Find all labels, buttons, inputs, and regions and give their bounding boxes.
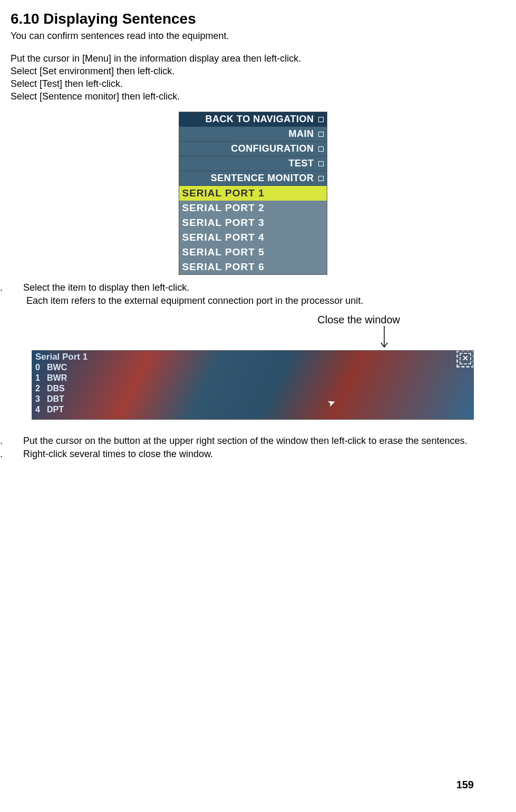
monitor-row: 2DBS — [35, 383, 470, 394]
submenu-icon — [318, 117, 324, 122]
menu-label: MAIN — [289, 128, 314, 140]
menu-item-serial-port-6[interactable]: SERIAL PORT 6 — [179, 260, 327, 274]
intro-text: You can confirm sentences read into the … — [11, 31, 495, 42]
sentence-monitor-window: Serial Port 1 0BWC 1BWR 2DBS 3DBT 4DPT ✕… — [32, 350, 474, 420]
monitor-row: 4DPT — [35, 404, 470, 415]
section-number: 6.10 — [11, 11, 40, 27]
row-code: DBS — [47, 384, 65, 393]
submenu-icon — [318, 146, 324, 152]
menu-item-test[interactable]: TEST — [179, 156, 327, 171]
pre-step-2: Select [Set environment] then left-click… — [11, 66, 495, 77]
step-5: 5.Select the item to display then left-c… — [11, 282, 495, 293]
menu-label: SERIAL PORT 4 — [182, 232, 265, 243]
menu-label: SERIAL PORT 6 — [182, 261, 265, 273]
row-index: 1 — [35, 373, 47, 383]
menu-label: SERIAL PORT 3 — [182, 217, 265, 229]
arrow-down-icon — [379, 326, 390, 350]
row-code: BWR — [47, 373, 67, 382]
monitor-row: 1BWR — [35, 373, 470, 383]
section-title-text: Displaying Sentences — [43, 11, 196, 27]
row-code: BWC — [47, 363, 67, 372]
arrow-to-close — [11, 326, 495, 350]
monitor-title: Serial Port 1 — [32, 351, 473, 362]
section-heading: 6.10 Displaying Sentences — [11, 11, 495, 27]
row-index: 2 — [35, 383, 47, 394]
step-7: 7.Right-click several times to close the… — [11, 449, 495, 460]
submenu-icon — [318, 161, 324, 166]
row-code: DBT — [47, 394, 64, 403]
step-6: 6.Put the cursor on the button at the up… — [11, 435, 495, 447]
menu-item-back-to-navigation[interactable]: BACK TO NAVIGATION — [179, 112, 327, 127]
close-window-label: Close the window — [11, 314, 400, 326]
step-number: 5. — [11, 282, 23, 293]
menu-label: SERIAL PORT 1 — [182, 187, 265, 199]
menu-item-sentence-monitor[interactable]: SENTENCE MONITOR — [179, 171, 327, 186]
step-number: 6. — [11, 435, 23, 447]
menu-item-serial-port-2[interactable]: SERIAL PORT 2 — [179, 201, 327, 215]
row-code: DPT — [47, 405, 64, 414]
row-index: 3 — [35, 394, 47, 404]
submenu-icon — [318, 176, 324, 181]
menu-label: SERIAL PORT 2 — [182, 202, 265, 214]
step-text: Put the cursor on the button at the uppe… — [23, 435, 468, 446]
menu-label: SERIAL PORT 5 — [182, 246, 265, 258]
menu-label: SENTENCE MONITOR — [211, 173, 314, 184]
submenu-icon — [318, 132, 324, 137]
pre-step-1: Put the cursor in [Menu] in the informat… — [11, 53, 495, 64]
menu-label: CONFIGURATION — [231, 143, 314, 154]
step-text: Right-click several times to close the w… — [23, 449, 213, 459]
pre-step-4: Select [Sentence monitor] then left-clic… — [11, 91, 495, 102]
page-number: 159 — [456, 779, 474, 791]
step-text: Select the item to display then left-cli… — [23, 282, 189, 293]
monitor-row: 3DBT — [35, 394, 470, 404]
row-index: 0 — [35, 362, 47, 373]
menu-label: TEST — [288, 158, 314, 169]
monitor-rows: 0BWC 1BWR 2DBS 3DBT 4DPT — [32, 362, 473, 415]
pre-step-3: Select [Test] then left-click. — [11, 78, 495, 90]
row-index: 4 — [35, 404, 47, 415]
step-5-sub: Each item refers to the external equipme… — [26, 295, 495, 306]
menu-figure: BACK TO NAVIGATION MAIN CONFIGURATION TE… — [179, 112, 327, 275]
menu-item-serial-port-3[interactable]: SERIAL PORT 3 — [179, 215, 327, 230]
menu-item-main[interactable]: MAIN — [179, 127, 327, 142]
menu-item-configuration[interactable]: CONFIGURATION — [179, 142, 327, 156]
step-number: 7. — [11, 449, 23, 460]
close-window-button[interactable]: ✕ — [460, 353, 471, 364]
menu-item-serial-port-1[interactable]: SERIAL PORT 1 — [179, 186, 327, 201]
menu-item-serial-port-5[interactable]: SERIAL PORT 5 — [179, 245, 327, 260]
menu-item-serial-port-4[interactable]: SERIAL PORT 4 — [179, 230, 327, 245]
menu-label: BACK TO NAVIGATION — [206, 114, 314, 125]
monitor-row: 0BWC — [35, 362, 470, 373]
